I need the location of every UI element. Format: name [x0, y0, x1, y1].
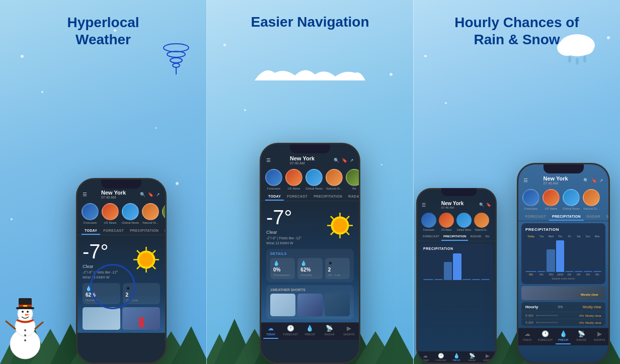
- tab3-forecast[interactable]: FORECAST: [522, 212, 549, 221]
- bubble3b-2[interactable]: US News: [439, 213, 454, 231]
- short-thumb-2[interactable]: [122, 307, 160, 330]
- hourly-title: Hourly: [525, 305, 538, 309]
- shorts-thumbnails: [83, 307, 160, 330]
- bottom-nav3-today[interactable]: ☁ TODAY: [518, 330, 536, 344]
- phone-notch-3b: [441, 188, 477, 196]
- bar3b-wed: [444, 252, 452, 280]
- bar-mon: [593, 239, 601, 272]
- radar-nav3-icon: 📡: [578, 330, 585, 337]
- bn3b-precip[interactable]: 💧 PRECIP: [449, 353, 464, 361]
- bn3b-shorts[interactable]: ▶ SHORTS: [480, 353, 495, 361]
- tab2-precipitation[interactable]: PRECIPITATION: [311, 192, 345, 201]
- bottom-nav3-radar[interactable]: 📡 RADAR: [572, 330, 590, 344]
- phone-screen-3: ☰ New York 07:46 AM 🔍 🔖 ↗ Fore: [518, 164, 608, 362]
- bottom-nav-radar[interactable]: 📡 RADAR: [320, 325, 339, 339]
- bubbles-3b: Forecasts US News Global News Natural Di…: [418, 211, 495, 233]
- explore-shorts[interactable]: Explore more shorts!: [525, 277, 601, 280]
- bubble3-natural[interactable]: Natural Di...: [583, 189, 600, 210]
- bookmark-icon-3b[interactable]: 🔖: [486, 203, 491, 207]
- bubble-forecasts[interactable]: Forecasts: [82, 203, 99, 224]
- bn3b-forecast[interactable]: 🕐 FORECAST: [433, 353, 449, 361]
- bubble-label-natural: Natural Di...: [142, 221, 159, 224]
- bubble3b-4[interactable]: Natural Di...: [474, 213, 489, 231]
- bubble2-forecasts[interactable]: Forecasts: [265, 169, 282, 190]
- short-thumb-2-3[interactable]: [325, 294, 350, 316]
- bubble3b-3[interactable]: Global News: [456, 213, 472, 231]
- today-nav-icon: ☁: [268, 325, 274, 332]
- bottom-nav3-precip[interactable]: 💧 PRECIP: [555, 330, 573, 344]
- day-thu: Thu: [556, 235, 564, 238]
- svg-point-63: [576, 58, 579, 65]
- bottom-nav-shorts[interactable]: ▶ SHORTS: [339, 325, 359, 339]
- hourly-cond-8am: 0%: [561, 314, 584, 317]
- bubble2-re[interactable]: Re: [346, 169, 359, 190]
- tab3b-forecast[interactable]: FORECAST: [421, 233, 441, 241]
- tab3-su[interactable]: SU: [603, 212, 608, 221]
- svg-point-28: [24, 339, 26, 341]
- tab-forecast[interactable]: FORECAST: [100, 226, 127, 235]
- hamburger-icon-2[interactable]: ☰: [266, 157, 271, 163]
- header-icons-3: 🔍 🔖 ↗: [583, 178, 603, 183]
- bottom-nav-today[interactable]: ☁ TODAY: [261, 325, 281, 339]
- tab3-precipitation[interactable]: PRECIPITATION: [549, 212, 584, 221]
- bubble-global[interactable]: Global News: [122, 203, 139, 224]
- share-icon[interactable]: ↗: [156, 192, 160, 197]
- hamburger-icon[interactable]: ☰: [83, 192, 87, 197]
- tab2-forecast[interactable]: FORECAST: [284, 192, 311, 201]
- phone-notch-3: [544, 164, 584, 173]
- bubble2-news[interactable]: US News: [285, 169, 302, 190]
- shorts-thumb-3[interactable]: Mostly clear: [521, 286, 605, 300]
- search-icon-2[interactable]: 🔍: [334, 158, 339, 163]
- share-icon-2[interactable]: ↗: [350, 158, 354, 163]
- bubble3-global[interactable]: Global News: [563, 189, 580, 210]
- radar-nav-label: RADAR: [325, 333, 335, 336]
- bubble-news[interactable]: US News: [102, 203, 119, 224]
- search-icon-3[interactable]: 🔍: [583, 178, 589, 183]
- bubble3-img-natural: [583, 189, 600, 206]
- cloud-decoration: [550, 30, 600, 70]
- hamburger-icon-3[interactable]: ☰: [523, 177, 528, 183]
- tab-today[interactable]: TODAY: [82, 226, 100, 235]
- bn3b-forecast-icon: 🕐: [438, 353, 444, 358]
- short-thumb-2-1[interactable]: [270, 294, 295, 316]
- tab3b-precip[interactable]: PRECIPITATION: [441, 233, 468, 241]
- uv-icon-2: ☀: [328, 260, 333, 266]
- precip-icon: 💧: [273, 260, 279, 266]
- bottom-nav3-forecast[interactable]: 🕐 FORECAST: [536, 330, 555, 344]
- tab3-radar[interactable]: RADAR: [584, 212, 603, 221]
- detail-precip: 💧 0% Precipitation: [270, 258, 295, 279]
- bubble-natural[interactable]: Natural Di...: [142, 203, 159, 224]
- bubble3-news[interactable]: US News: [542, 189, 560, 210]
- tab-precipitation[interactable]: PRECIPITATION: [127, 226, 162, 235]
- tab3b-radar[interactable]: RADAR: [468, 233, 483, 241]
- tab-radar[interactable]: RADA: [162, 226, 165, 235]
- search-icon-3b[interactable]: 🔍: [479, 203, 484, 207]
- bubble3-forecasts[interactable]: Forecasts: [522, 189, 539, 210]
- bottom-nav-forecast[interactable]: 🕐 FORECAST: [281, 325, 300, 339]
- sun-icon: [132, 246, 160, 274]
- bookmark-icon[interactable]: 🔖: [148, 192, 153, 197]
- weather-details-2: -2°/-6° | Feels like -12°: [266, 236, 301, 240]
- bookmark-icon-3[interactable]: 🔖: [591, 178, 597, 183]
- bottom-nav3-shorts[interactable]: ▶ SHORTS: [590, 330, 608, 344]
- bubble2-global[interactable]: Global News: [305, 169, 323, 190]
- bubble3-img-news: [542, 189, 560, 206]
- day-mon: Mon: [593, 235, 601, 238]
- tab2-today[interactable]: TODAY: [265, 192, 284, 201]
- tab3b-su[interactable]: SU: [483, 233, 491, 241]
- bn3b-today[interactable]: ☁ TODAY: [418, 353, 433, 361]
- search-icon[interactable]: 🔍: [140, 192, 145, 197]
- hamburger-3b[interactable]: ☰: [422, 203, 426, 208]
- bn3b-radar[interactable]: 📡 RADAR: [464, 353, 480, 361]
- short-thumb-2-2[interactable]: [297, 294, 323, 316]
- hour-8am: 8 AM: [525, 314, 533, 317]
- bubble-re[interactable]: Re: [162, 203, 165, 224]
- bottom-nav-precip[interactable]: 💧 PRECIP: [300, 325, 320, 339]
- tab2-radar[interactable]: RADA: [345, 192, 359, 201]
- bubble3b-1[interactable]: Forecasts: [421, 213, 436, 231]
- bookmark-icon-2[interactable]: 🔖: [342, 158, 347, 163]
- share-icon-3[interactable]: ↗: [599, 178, 603, 183]
- bubble2-natural[interactable]: Natural Di...: [326, 169, 343, 190]
- short-thumb-1[interactable]: [83, 307, 120, 330]
- bottom-nav-3: ☁ TODAY 🕐 FORECAST 💧 PRECIP 📡 RADA: [518, 328, 608, 345]
